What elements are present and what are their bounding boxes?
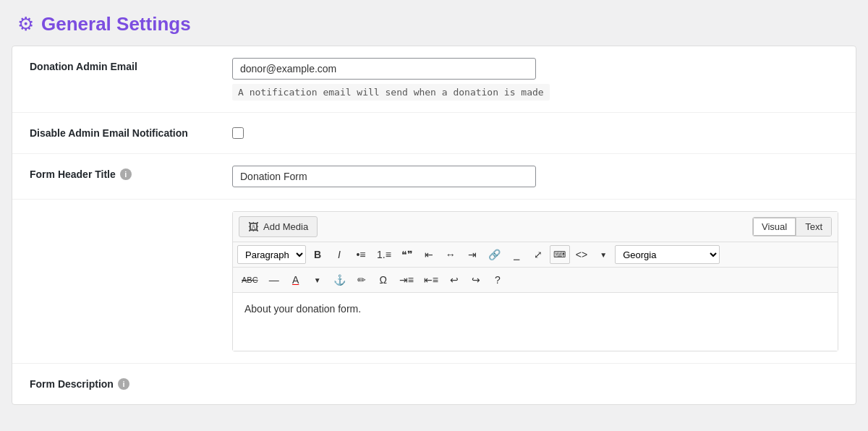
ordered-list-button[interactable]: 1.≡ [373,245,396,264]
add-media-button[interactable]: 🖼 Add Media [239,216,318,237]
anchor-button[interactable]: ⚓ [329,270,350,289]
blockquote-button[interactable]: ❝❞ [397,245,417,264]
editor-content[interactable]: About your donation form. [233,293,838,351]
italic-button[interactable]: I [329,245,349,264]
font-color-arrow[interactable]: ▼ [307,270,328,289]
indent-button[interactable]: ⇥≡ [395,270,418,289]
code-button[interactable]: <> [571,245,592,264]
form-header-title-label: Form Header Title [30,168,116,180]
dash-button[interactable]: — [264,270,284,289]
gear-icon: ⚙ [17,13,34,35]
form-header-title-info-icon[interactable]: i [120,168,132,180]
align-right-button[interactable]: ⇥ [462,245,482,264]
text-button[interactable]: Text [796,218,831,236]
form-description-info-icon[interactable]: i [118,378,129,390]
donation-admin-email-hint: A notification email will send when a do… [232,84,550,101]
visual-text-toggle: Visual Text [752,217,832,236]
donation-admin-email-label: Donation Admin Email [30,61,137,72]
code-dropdown-arrow[interactable]: ▼ [593,245,613,264]
form-description-row: Form Description i [12,364,856,405]
editor-container: 🖼 Add Media Visual Text Paragraph Headin… [232,211,838,351]
erase-button[interactable]: ✏ [352,270,372,289]
donation-admin-email-row: Donation Admin Email A notification emai… [12,46,856,113]
editor-content-text: About your donation form. [244,303,361,315]
donation-admin-email-input[interactable] [232,58,536,80]
form-description-label: Form Description [30,378,114,390]
keyboard-button[interactable]: ⌨ [550,245,570,264]
disable-admin-email-label: Disable Admin Email Notification [30,127,188,139]
add-media-icon: 🖼 [248,221,259,233]
align-center-button[interactable]: ↔ [441,245,461,264]
visual-button[interactable]: Visual [753,218,796,236]
unordered-list-button[interactable]: •≡ [351,245,371,264]
disable-admin-email-checkbox[interactable] [232,127,244,139]
align-left-button[interactable]: ⇤ [419,245,439,264]
fullscreen-button[interactable]: ⤢ [528,245,548,264]
editor-toolbar-row2: ABC — A ▼ ⚓ ✏ Ω ⇥≡ ⇤≡ ↩ ↪ ? [233,268,838,293]
editor-top-bar: 🖼 Add Media Visual Text [233,212,838,242]
help-button[interactable]: ? [488,270,508,289]
horizontal-rule-button[interactable]: ⎯ [506,245,527,264]
disable-admin-email-row: Disable Admin Email Notification [12,113,856,154]
outdent-button[interactable]: ⇤≡ [420,270,443,289]
editor-row: 🖼 Add Media Visual Text Paragraph Headin… [12,200,856,364]
paragraph-select[interactable]: Paragraph Heading 1 Heading 2 [237,245,306,264]
add-media-label: Add Media [263,221,308,232]
form-header-title-input[interactable] [232,166,536,187]
strikethrough-button[interactable]: ABC [237,270,263,289]
editor-toolbar-row1: Paragraph Heading 1 Heading 2 B I •≡ 1.≡… [233,242,838,268]
font-family-select[interactable]: Georgia Arial Times New Roman [615,245,720,264]
form-header-title-row: Form Header Title i [12,154,856,200]
settings-card: Donation Admin Email A notification emai… [12,46,856,405]
page-header: ⚙ General Settings [0,0,868,46]
font-color-button[interactable]: A [286,270,306,289]
undo-button[interactable]: ↩ [444,270,464,289]
bold-button[interactable]: B [307,245,328,264]
page-title: General Settings [41,13,191,35]
link-button[interactable]: 🔗 [484,245,505,264]
omega-button[interactable]: Ω [373,270,393,289]
redo-button[interactable]: ↪ [466,270,486,289]
